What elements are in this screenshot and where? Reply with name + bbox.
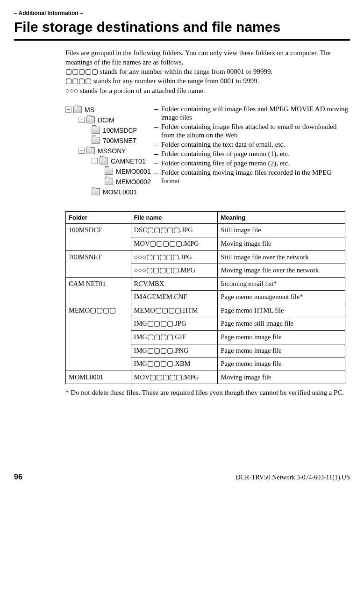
- title-rule: [14, 39, 350, 41]
- col-filename: File name: [131, 211, 218, 224]
- tree-node: −CAMNET01: [65, 156, 151, 166]
- tree-node: −MSSONY: [65, 146, 151, 156]
- folder-icon: [92, 188, 100, 195]
- tree-node: MOML0001: [65, 187, 151, 197]
- cell-meaning: Page memo management file*: [218, 291, 345, 304]
- cell-file: MOV▢▢▢▢▢.MPG: [131, 237, 218, 251]
- file-table: Folder File name Meaning 100MSDCF DSC▢▢▢…: [65, 211, 345, 384]
- tree-label: MOML0001: [103, 187, 137, 197]
- cell-file: IMAGEMEM.CNF: [131, 291, 218, 304]
- table-row: MOML0001 MOV▢▢▢▢▢.MPG Moving image file: [66, 371, 345, 384]
- cell-file: IMG▢▢▢▢.PNG: [131, 344, 218, 357]
- folder-desc: Folder containing image files attached t…: [157, 122, 350, 139]
- tree-label: MS: [85, 105, 94, 115]
- folder-diagram: −MS −DCIM 100MSDCF 700MSNET −MSSONY −CAM…: [65, 105, 350, 197]
- cell-file: IMG▢▢▢▢.JPG: [131, 317, 218, 331]
- cell-file: DSC▢▢▢▢▢.JPG: [131, 224, 218, 237]
- tree-label: 700MSNET: [103, 136, 136, 146]
- folder-desc: Folder containing files of page memo (2)…: [157, 159, 350, 167]
- cell-folder: 100MSDCF: [66, 224, 131, 250]
- page-title: File storage destinations and file names: [14, 18, 350, 37]
- tree-label: 100MSDCF: [103, 125, 137, 136]
- col-meaning: Meaning: [218, 211, 345, 224]
- folder-icon: [86, 147, 95, 154]
- folder-desc: Folder containing the text data of email…: [157, 140, 350, 149]
- cell-file: IMG▢▢▢▢.GIF: [131, 330, 218, 344]
- tree-node: 100MSDCF: [65, 125, 151, 136]
- cell-file: MOV▢▢▢▢▢.MPG: [131, 371, 218, 384]
- collapse-icon: −: [92, 158, 98, 164]
- cell-file: RCV.MBX: [131, 277, 218, 291]
- intro-line: ▢▢▢▢▢ stands for any number within the r…: [65, 67, 345, 76]
- cell-file: ○○○▢▢▢▢▢.MPG: [131, 264, 218, 278]
- intro-line: ○○○ stands for a portion of an attached …: [65, 86, 345, 95]
- cell-meaning: Page memo image file: [218, 330, 345, 344]
- cell-folder: CAM NET01: [66, 277, 131, 304]
- cell-meaning: Moving image file over the network: [218, 264, 345, 278]
- cell-meaning: Still image file over the network: [218, 250, 345, 264]
- table-row: 100MSDCF DSC▢▢▢▢▢.JPG Still image file: [66, 224, 345, 237]
- tree-node: MEMO0002: [65, 177, 151, 187]
- tree-node: MEMO0001: [65, 166, 151, 177]
- folder-icon: [92, 127, 100, 134]
- folder-descriptions: Folder containing still image files and …: [157, 105, 350, 186]
- cell-folder: MOML0001: [66, 371, 131, 384]
- page-number: 96: [14, 472, 22, 482]
- collapse-icon: −: [65, 107, 71, 113]
- intro-line: ▢▢▢▢ stands for any number within the ra…: [65, 76, 345, 86]
- cell-folder: 700MSNET: [66, 250, 131, 277]
- folder-icon: [92, 137, 100, 144]
- tree-label: CAMNET01: [111, 156, 146, 166]
- tree-node: −DCIM: [65, 115, 151, 125]
- cell-meaning: Incoming email list*: [218, 277, 345, 291]
- page-footer: 96 DCR-TRV50 Network 3-074-603-11(1).US: [14, 472, 350, 482]
- tree-label: DCIM: [98, 115, 114, 125]
- cell-meaning: Page memo still image file: [218, 317, 345, 331]
- collapse-icon: −: [79, 148, 85, 154]
- cell-file: IMG▢▢▢▢.XBM: [131, 357, 218, 371]
- folder-icon: [105, 178, 113, 185]
- folder-tree: −MS −DCIM 100MSDCF 700MSNET −MSSONY −CAM…: [65, 105, 151, 197]
- cell-meaning: Page memo image file: [218, 344, 345, 357]
- table-footnote: * Do not delete these files. These are r…: [65, 388, 345, 397]
- intro-line: Files are grouped in the following folde…: [65, 48, 345, 67]
- tree-node: −MS: [65, 105, 151, 115]
- tree-node: 700MSNET: [65, 136, 151, 146]
- folder-icon: [100, 157, 108, 164]
- section-label: – Additional Information –: [14, 9, 350, 17]
- table-header-row: Folder File name Meaning: [66, 211, 345, 224]
- col-folder: Folder: [66, 211, 131, 224]
- cell-meaning: Moving image file: [218, 237, 345, 251]
- folder-desc: Folder containing still image files and …: [157, 105, 350, 121]
- cell-meaning: Moving image file: [218, 371, 345, 384]
- table-row: CAM NET01 RCV.MBX Incoming email list*: [66, 277, 345, 291]
- tree-label: MEMO0002: [116, 177, 151, 187]
- cell-file: ○○○▢▢▢▢▢.JPG: [131, 250, 218, 264]
- cell-file: MEMO▢▢▢▢.HTM: [131, 304, 218, 317]
- tree-label: MSSONY: [98, 146, 126, 156]
- cell-folder: MEMO▢▢▢▢: [66, 304, 131, 371]
- tree-label: MEMO0001: [116, 166, 151, 177]
- doc-id: DCR-TRV50 Network 3-074-603-11(1).US: [236, 473, 350, 482]
- cell-meaning: Page memo HTML file: [218, 304, 345, 317]
- folder-desc: Folder containing files of page memo (1)…: [157, 150, 350, 158]
- cell-meaning: Still image file: [218, 224, 345, 237]
- table-row: 700MSNET ○○○▢▢▢▢▢.JPG Still image file o…: [66, 250, 345, 264]
- intro-block: Files are grouped in the following folde…: [65, 48, 345, 95]
- folder-icon: [86, 116, 95, 123]
- folder-desc: Folder containing moving image files rec…: [157, 168, 350, 185]
- collapse-icon: −: [79, 117, 85, 123]
- folder-icon: [105, 168, 113, 175]
- table-row: MEMO▢▢▢▢ MEMO▢▢▢▢.HTM Page memo HTML fil…: [66, 304, 345, 317]
- cell-meaning: Page memo image file: [218, 357, 345, 371]
- folder-icon: [73, 106, 82, 113]
